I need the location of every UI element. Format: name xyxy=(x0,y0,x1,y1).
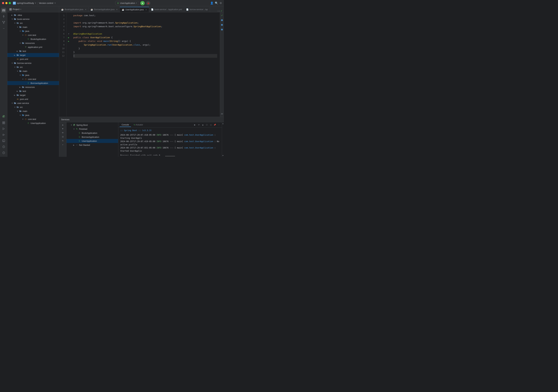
sidebar-icon-structure[interactable] xyxy=(1,20,6,25)
services-item-user-app[interactable]: C UserApplication xyxy=(67,139,118,143)
minimize-button[interactable] xyxy=(5,2,8,4)
tree-item-user-app[interactable]: C UserApplication xyxy=(7,121,59,125)
tree-item-borrow-service[interactable]: ▼ borrow-service xyxy=(7,61,59,65)
tab-close-icon[interactable]: ✕ xyxy=(116,8,118,11)
code-content[interactable]: package com.test; import org.springframe… xyxy=(71,12,220,117)
console-run-btn[interactable]: ▶ xyxy=(193,123,196,127)
tree-item-idea[interactable]: ▶ .idea xyxy=(7,13,59,17)
console-scrollbar[interactable]: ▲ ▼ xyxy=(222,122,224,157)
tree-item-book-yml[interactable]: Y application.yml xyxy=(7,45,59,49)
line-number: 12 xyxy=(59,54,67,58)
sidebar-icon-notifications[interactable] xyxy=(1,150,6,156)
refresh-icon[interactable]: ↻ xyxy=(61,139,65,143)
tree-item-book-app[interactable]: C BookApplication xyxy=(7,37,59,41)
close-button[interactable] xyxy=(2,2,4,4)
services-item-spring-boot[interactable]: ▼ Spring Boot xyxy=(67,123,118,127)
scroll-up-icon[interactable]: ▲ xyxy=(222,123,224,125)
eye-icon[interactable]: 👁 xyxy=(61,131,65,135)
tree-item-borrow-resources[interactable]: ▶ resources xyxy=(7,85,59,89)
services-item-finished[interactable]: ▼ ↻ Finished xyxy=(67,127,118,131)
tree-item-book-main[interactable]: ▼ main xyxy=(7,25,59,29)
sidebar-icon-commit[interactable] xyxy=(1,14,6,19)
console-attach-btn[interactable]: ⬡ xyxy=(205,123,209,127)
search-icon[interactable]: 🔍 xyxy=(215,1,218,5)
sidebar-icon-project[interactable] xyxy=(1,8,6,13)
services-item-not-started[interactable]: ▶ ○ Not Started xyxy=(67,143,118,147)
sidebar-icon-services[interactable] xyxy=(1,120,6,125)
expand-icon[interactable]: ▲ xyxy=(61,123,65,127)
gutter-run[interactable]: ▶ xyxy=(67,36,71,39)
tree-item-book-service[interactable]: ▼ book-service xyxy=(7,17,59,21)
tree-item-borrow-app[interactable]: C BorrowApplication xyxy=(7,81,59,85)
version-control-button[interactable]: Version control xyxy=(38,1,55,5)
tree-item-borrow-comtest[interactable]: ▼ ⬡ com.test xyxy=(7,77,59,81)
console-pin-btn[interactable]: 📌 xyxy=(213,123,217,127)
tree-item-borrow-src[interactable]: ▼ src xyxy=(7,65,59,69)
add-icon[interactable]: + xyxy=(61,143,65,147)
tab-book-application-yml[interactable]: 📄 book-service/.../application.yml xyxy=(149,7,184,12)
tree-item-book-target[interactable]: ▶ target xyxy=(7,53,59,57)
ai-icon[interactable]: ◉ xyxy=(220,18,224,22)
tree-item-book-src[interactable]: ▼ src xyxy=(7,21,59,25)
console-restore-btn[interactable]: ◻ xyxy=(209,123,212,127)
tree-item-book-resources[interactable]: ▼ resources xyxy=(7,41,59,45)
tree-item-book-comtest[interactable]: ▼ ⬡ com.test xyxy=(7,33,59,37)
code-line-3: import org.springframework.boot.SpringAp… xyxy=(73,21,217,25)
sidebar-icon-run[interactable] xyxy=(1,126,6,132)
console-rerun-btn[interactable]: ⟳ xyxy=(197,123,201,127)
tree-item-user-src[interactable]: ▼ src xyxy=(7,105,59,109)
tree-item-borrow-target[interactable]: ▶ target xyxy=(7,93,59,97)
tab-scroll-left-icon[interactable]: ‹ xyxy=(218,10,218,12)
services-item-book-app[interactable]: C BookApplication xyxy=(67,131,118,135)
tab-scroll-right-icon[interactable]: › xyxy=(219,10,220,12)
chevron-down-icon: ▼ xyxy=(70,124,73,126)
collapse-icon[interactable]: ▼ xyxy=(61,127,65,131)
tab-borrow-application-yml[interactable]: 📄 borrow-service/.../ap xyxy=(184,7,210,12)
tab-borrow-application[interactable]: ☕ BorrowApplication.java ✕ xyxy=(88,7,120,12)
tree-item-user-java[interactable]: ▼ java xyxy=(7,113,59,117)
tree-item-book-pom[interactable]: m pom.xml xyxy=(7,57,59,61)
scroll-down-icon[interactable]: ▼ xyxy=(222,155,224,157)
tree-item-user-comtest[interactable]: ▼ ⬡ com.test xyxy=(7,117,59,121)
plugins-icon-2[interactable]: ◉ xyxy=(220,28,224,31)
folder-icon xyxy=(19,90,22,92)
gutter-run[interactable]: ▶ xyxy=(67,39,71,43)
gutter-annotation[interactable]: ⚡ xyxy=(67,32,71,36)
sidebar-icon-spring[interactable] xyxy=(1,114,6,119)
tree-item-book-java[interactable]: ▼ java xyxy=(7,29,59,33)
tab-user-application[interactable]: ☕ UserApplication.java ✕ xyxy=(120,7,149,12)
tree-item-borrow-pom[interactable]: m pom.xml xyxy=(7,97,59,101)
sidebar-icon-debug[interactable] xyxy=(1,132,6,137)
tree-item-user-main[interactable]: ▼ main xyxy=(7,109,59,113)
project-dropdown-icon[interactable]: ▾ xyxy=(35,2,36,4)
sidebar-icon-more[interactable]: ··· xyxy=(1,26,6,31)
services-item-borrow-app[interactable]: C BorrowApplication xyxy=(67,135,118,139)
tree-label: java xyxy=(25,30,29,32)
tree-item-borrow-main[interactable]: ▼ main xyxy=(7,69,59,73)
run-button[interactable] xyxy=(140,1,145,5)
run-class-icon: C xyxy=(78,136,81,138)
tab-close-icon[interactable]: ✕ xyxy=(145,9,147,11)
tree-item-borrow-test[interactable]: ▶ test xyxy=(7,89,59,93)
tab-console[interactable]: Console xyxy=(120,123,131,127)
tab-book-application[interactable]: ☕ BookApplication.java ✕ xyxy=(59,7,88,12)
tree-item-book-test[interactable]: ▶ test xyxy=(7,49,59,53)
tree-item-borrow-java[interactable]: ▼ java xyxy=(7,73,59,77)
tree-label: target xyxy=(20,54,25,56)
tree-item-user-service[interactable]: ▼ user-service xyxy=(7,101,59,105)
debug-button[interactable]: 🐞 xyxy=(146,1,150,5)
filter-icon[interactable]: ⊟ xyxy=(61,135,65,139)
settings-icon[interactable]: ⚙ xyxy=(219,1,222,5)
chevron-down-icon: ▼ xyxy=(17,110,19,112)
console-more-btn[interactable]: ⋮ xyxy=(217,123,220,127)
sidebar-icon-terminal[interactable] xyxy=(1,138,6,143)
console-stop-btn[interactable]: ■ xyxy=(201,123,204,127)
tab-close-icon[interactable]: ✕ xyxy=(85,8,86,11)
sidebar-icon-problems[interactable] xyxy=(1,144,6,150)
plugins-icon[interactable]: ◉ xyxy=(220,23,224,26)
tree-label: .idea xyxy=(17,14,22,16)
tab-actuator[interactable]: ↻ Actuator xyxy=(132,123,145,127)
maximize-button[interactable] xyxy=(9,2,11,4)
notifications-icon[interactable]: 👤 xyxy=(210,1,214,5)
run-config-selector[interactable]: ⚙ UserApplication ▾ xyxy=(115,1,139,5)
